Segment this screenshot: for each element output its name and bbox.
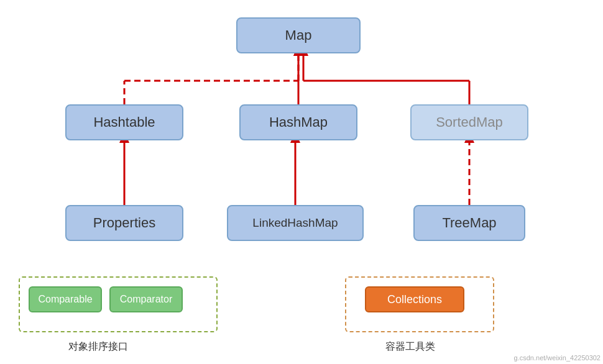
node-collections: Collections [365, 286, 464, 312]
node-comparator-label: Comparator [120, 294, 172, 305]
node-sortedmap: SortedMap [410, 104, 528, 140]
watermark: g.csdn.net/weixin_42250302 [514, 354, 601, 362]
node-treemap-label: TreeMap [442, 215, 496, 231]
legend-sort-label: 对象排序接口 [68, 340, 128, 353]
node-hashmap: HashMap [239, 104, 357, 140]
node-linkedhashmap: LinkedHashMap [227, 205, 364, 241]
node-treemap: TreeMap [413, 205, 525, 241]
diagram-container: Map Hashtable HashMap SortedMap Properti… [0, 0, 603, 364]
node-properties-label: Properties [93, 215, 155, 231]
node-hashtable: Hashtable [65, 104, 183, 140]
legend-container-label: 容器工具类 [385, 340, 435, 353]
node-collections-label: Collections [387, 293, 442, 306]
node-hashmap-label: HashMap [269, 114, 328, 130]
node-comparator: Comparator [109, 286, 183, 312]
node-map-label: Map [285, 27, 312, 43]
node-sortedmap-label: SortedMap [436, 114, 503, 130]
node-properties: Properties [65, 205, 183, 241]
node-map: Map [236, 17, 361, 53]
node-comparable: Comparable [29, 286, 102, 312]
legend-container-tool: Collections [345, 276, 494, 332]
node-comparable-label: Comparable [38, 294, 92, 305]
node-linkedhashmap-label: LinkedHashMap [252, 216, 338, 230]
legend-sort-interface: Comparable Comparator [19, 276, 218, 332]
node-hashtable-label: Hashtable [93, 114, 155, 130]
